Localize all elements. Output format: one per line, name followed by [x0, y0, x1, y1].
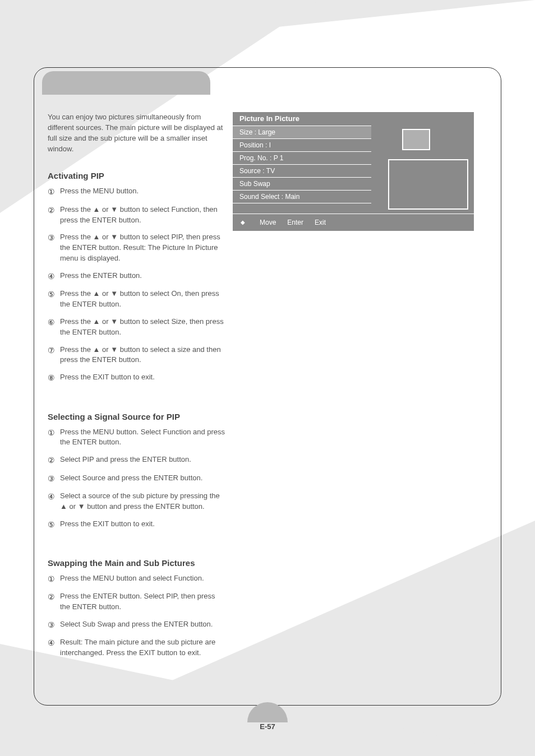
step-item: ⑤Press the EXIT button to exit. — [48, 519, 227, 530]
step-item: ③Select Sub Swap and press the ENTER but… — [48, 619, 227, 630]
step-item: ⑤Press the ▲ or ▼ button to select On, t… — [48, 289, 227, 310]
osd-row-subswap: Sub Swap — [233, 178, 371, 190]
step-item: ①Press the MENU button. — [48, 186, 227, 197]
osd-panel: Picture In Picture Size : Large Position… — [233, 112, 474, 231]
step-item: ④Result: The main picture and the sub pi… — [48, 637, 227, 658]
pip-preview-large — [388, 159, 468, 210]
section-heading: Activating PIP — [48, 171, 227, 180]
circled-3-icon: ③ — [48, 232, 60, 264]
circled-3-icon: ③ — [48, 473, 60, 484]
circled-2-icon: ② — [48, 205, 60, 226]
step-item: ④Press the ENTER button. — [48, 271, 227, 282]
circled-4-icon: ④ — [48, 637, 60, 658]
footer-exit: Exit — [315, 219, 326, 226]
osd-preview-pane — [371, 126, 474, 214]
osd-row-sound: Sound Select : Main — [233, 191, 371, 203]
page-number: E-57 — [0, 722, 535, 731]
osd-footer: Move Enter Exit — [233, 214, 474, 231]
osd-title: Picture In Picture — [233, 112, 299, 126]
section-heading: Swapping the Main and Sub Pictures — [48, 558, 227, 568]
step-item: ③Select Source and press the ENTER butto… — [48, 473, 227, 484]
footer-move: Move — [260, 219, 276, 226]
nav-arrows-icon — [238, 217, 248, 228]
osd-row-position: Position : I — [233, 139, 371, 151]
step-item: ③Press the ▲ or ▼ button to select PIP, … — [48, 232, 227, 264]
circled-4-icon: ④ — [48, 271, 60, 282]
circled-1-icon: ① — [48, 186, 60, 197]
osd-menu-left: Size : Large Position : I Prog. No. : P … — [233, 126, 371, 214]
steps-list: ①Press the MENU button and select Functi… — [48, 573, 227, 658]
osd-header: Picture In Picture — [233, 112, 474, 126]
circled-8-icon: ⑧ — [48, 372, 60, 383]
osd-row-source: Source : TV — [233, 165, 371, 177]
circled-5-icon: ⑤ — [48, 289, 60, 310]
section-tab — [42, 71, 210, 95]
circled-3-icon: ③ — [48, 619, 60, 630]
circled-5-icon: ⑤ — [48, 519, 60, 530]
osd-body: Size : Large Position : I Prog. No. : P … — [233, 126, 474, 214]
step-item: ⑦Press the ▲ or ▼ button to select a siz… — [48, 345, 227, 366]
steps-list: ①Press the MENU button. Select Function … — [48, 427, 227, 530]
osd-row-size: Size : Large — [233, 126, 371, 138]
step-item: ①Press the MENU button. Select Function … — [48, 427, 227, 448]
step-item: ④Select a source of the sub picture by p… — [48, 491, 227, 512]
circled-2-icon: ② — [48, 454, 60, 466]
circled-6-icon: ⑥ — [48, 317, 60, 338]
circled-1-icon: ① — [48, 573, 60, 585]
intro-text: You can enjoy two pictures simultaneousl… — [48, 112, 227, 154]
footer-enter: Enter — [287, 219, 303, 226]
main-content: You can enjoy two pictures simultaneousl… — [48, 112, 227, 665]
step-item: ②Press the ENTER button. Select PIP, the… — [48, 591, 227, 613]
step-item: ①Press the MENU button and select Functi… — [48, 573, 227, 585]
pip-preview-small — [402, 129, 430, 150]
circled-4-icon: ④ — [48, 491, 60, 512]
step-item: ②Select PIP and press the ENTER button. — [48, 454, 227, 466]
circled-2-icon: ② — [48, 591, 60, 613]
osd-row-prog: Prog. No. : P 1 — [233, 152, 371, 164]
steps-list: ①Press the MENU button. ②Press the ▲ or … — [48, 186, 227, 383]
step-item: ②Press the ▲ or ▼ button to select Funct… — [48, 205, 227, 226]
osd-subrow — [233, 203, 371, 214]
step-item: ⑥Press the ▲ or ▼ button to select Size,… — [48, 317, 227, 338]
step-item: ⑧Press the EXIT button to exit. — [48, 372, 227, 383]
section-heading: Selecting a Signal Source for PIP — [48, 412, 227, 421]
circled-7-icon: ⑦ — [48, 345, 60, 366]
circled-1-icon: ① — [48, 427, 60, 448]
